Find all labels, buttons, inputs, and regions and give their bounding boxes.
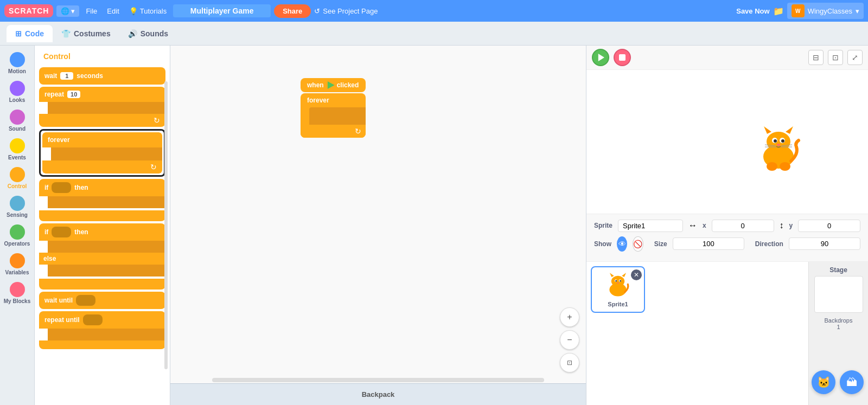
- sprite-row-1: Sprite ↔ x ↕ y: [594, 220, 860, 232]
- horizontal-scrollbar[interactable]: [212, 378, 545, 382]
- backdrops-count: 1: [837, 324, 840, 330]
- sensing-label: Sensing: [7, 212, 28, 218]
- tab-sounds[interactable]: 🔊 Sounds: [119, 25, 177, 42]
- canvas-area: when clicked forever ↻ + − ⊡ Backpack: [170, 46, 586, 405]
- backpack-label: Backpack: [362, 390, 395, 398]
- y-label: y: [789, 222, 793, 229]
- forever-block-selected[interactable]: forever ↻: [39, 129, 165, 177]
- sidebar-item-control[interactable]: Control: [2, 165, 33, 191]
- show-visible-button[interactable]: 👁: [617, 236, 627, 252]
- backdrop-icon: 🏔: [846, 376, 857, 389]
- svg-point-10: [777, 144, 780, 146]
- see-project-button[interactable]: ↺ See Project Page: [314, 7, 378, 15]
- sidebar-item-variables[interactable]: Variables: [2, 251, 33, 278]
- bottom-panel: ✕ Sprite1: [586, 261, 868, 406]
- sound-label: Sound: [9, 126, 25, 132]
- add-backdrop-button[interactable]: 🏔: [840, 370, 864, 394]
- repeat-block[interactable]: repeat 10 ↻: [39, 87, 165, 127]
- sidebar-item-events[interactable]: Events: [2, 136, 33, 163]
- wait-block[interactable]: wait 1 seconds: [39, 67, 165, 85]
- add-sprite-button[interactable]: 🐱: [812, 370, 835, 394]
- sidebar-item-sensing[interactable]: Sensing: [2, 194, 33, 220]
- tab-costumes[interactable]: 👕 Costumes: [53, 25, 119, 42]
- when-clicked-canvas-block[interactable]: when clicked forever ↻: [301, 78, 366, 138]
- stop-button[interactable]: [614, 49, 631, 66]
- sidebar-item-myblocks[interactable]: My Blocks: [2, 280, 33, 306]
- code-icon: ⊞: [15, 29, 22, 38]
- project-name-input[interactable]: [173, 4, 271, 17]
- stop-icon: [619, 54, 626, 61]
- sprite-list: ✕ Sprite1: [586, 262, 808, 406]
- show-hidden-button[interactable]: 🚫: [633, 236, 643, 252]
- svg-point-15: [767, 162, 777, 171]
- direction-label: Direction: [755, 240, 783, 248]
- backdrops-label: Backdrops: [825, 317, 853, 324]
- panel-title: Control: [39, 50, 165, 65]
- sprite-card-sprite1[interactable]: ✕ Sprite1: [591, 266, 645, 313]
- sprite-name-input[interactable]: [618, 220, 683, 232]
- remix-icon: ↺: [314, 7, 320, 15]
- repeat-until-block[interactable]: repeat until: [39, 311, 165, 349]
- zoom-out-button[interactable]: −: [560, 330, 579, 350]
- stage-thumbnail[interactable]: [814, 276, 863, 313]
- normal-stage-button[interactable]: ⊡: [828, 50, 843, 65]
- svg-point-1: [767, 132, 790, 151]
- variables-label: Variables: [5, 269, 29, 275]
- size-input[interactable]: [673, 237, 744, 250]
- language-button[interactable]: 🌐 ▾: [56, 5, 79, 17]
- narrow-stage-button[interactable]: ⊟: [808, 50, 824, 65]
- file-menu[interactable]: File: [82, 5, 100, 17]
- motion-dot: [10, 52, 25, 67]
- backpack-bar[interactable]: Backpack: [170, 383, 586, 405]
- sidebar-item-operators[interactable]: Operators: [2, 222, 33, 249]
- looks-label: Looks: [9, 97, 25, 103]
- y-arrow-icon: ↕: [780, 221, 784, 230]
- if-then-else-block[interactable]: if then else: [39, 223, 165, 290]
- delete-sprite-button[interactable]: ✕: [631, 269, 642, 280]
- sensing-dot: [10, 196, 25, 211]
- user-menu[interactable]: W WingyClasses ▾: [787, 3, 864, 19]
- events-dot: [10, 138, 25, 153]
- sidebar-item-motion[interactable]: Motion: [2, 50, 33, 76]
- edit-menu[interactable]: Edit: [104, 5, 122, 17]
- wait-until-block[interactable]: wait until: [39, 292, 165, 309]
- top-navbar: SCRATCH 🌐 ▾ File Edit 💡 Tutorials Share …: [0, 0, 868, 22]
- sprite-name-label: Sprite: [594, 222, 612, 229]
- myblocks-dot: [10, 282, 25, 297]
- tab-code[interactable]: ⊞ Code: [7, 25, 53, 42]
- globe-icon: 🌐: [61, 7, 69, 15]
- tutorials-button[interactable]: 💡 Tutorials: [126, 5, 170, 17]
- fit-button[interactable]: ⊡: [560, 353, 579, 372]
- myblocks-label: My Blocks: [4, 298, 30, 304]
- sidebar-item-sound[interactable]: Sound: [2, 107, 33, 134]
- y-input[interactable]: [798, 220, 860, 232]
- main-layout: Motion Looks Sound Events Control Sensin…: [0, 46, 868, 405]
- costume-icon: 👕: [61, 29, 71, 38]
- user-chevron-icon: ▾: [856, 7, 859, 15]
- blocks-scrollbar[interactable]: [164, 81, 168, 369]
- cat-svg: [754, 124, 803, 173]
- operators-dot: [10, 224, 25, 240]
- folder-icon[interactable]: 📁: [773, 6, 784, 16]
- sprite-thumb: [602, 272, 634, 299]
- x-input[interactable]: [712, 220, 774, 232]
- if-then-block[interactable]: if then: [39, 179, 165, 221]
- zoom-in-button[interactable]: +: [560, 307, 579, 327]
- control-label: Control: [8, 183, 27, 189]
- green-flag-button[interactable]: [592, 49, 609, 66]
- control-dot: [10, 167, 25, 182]
- fullscreen-button[interactable]: ⤢: [847, 50, 863, 65]
- save-now-button[interactable]: Save Now: [736, 7, 769, 15]
- svg-point-8: [774, 139, 777, 143]
- scratch-logo[interactable]: SCRATCH: [4, 4, 53, 17]
- share-button[interactable]: Share: [274, 4, 311, 18]
- sprite-info: Sprite ↔ x ↕ y Show 👁 🚫 Size Directi: [586, 214, 868, 261]
- cat-sprite: [754, 124, 803, 175]
- show-label: Show: [594, 240, 611, 248]
- svg-point-16: [780, 162, 790, 171]
- stage-header: ⊟ ⊡ ⤢: [586, 46, 868, 70]
- svg-marker-19: [610, 273, 614, 277]
- sidebar-item-looks[interactable]: Looks: [2, 79, 33, 105]
- looks-dot: [10, 81, 25, 96]
- direction-input[interactable]: [789, 237, 860, 250]
